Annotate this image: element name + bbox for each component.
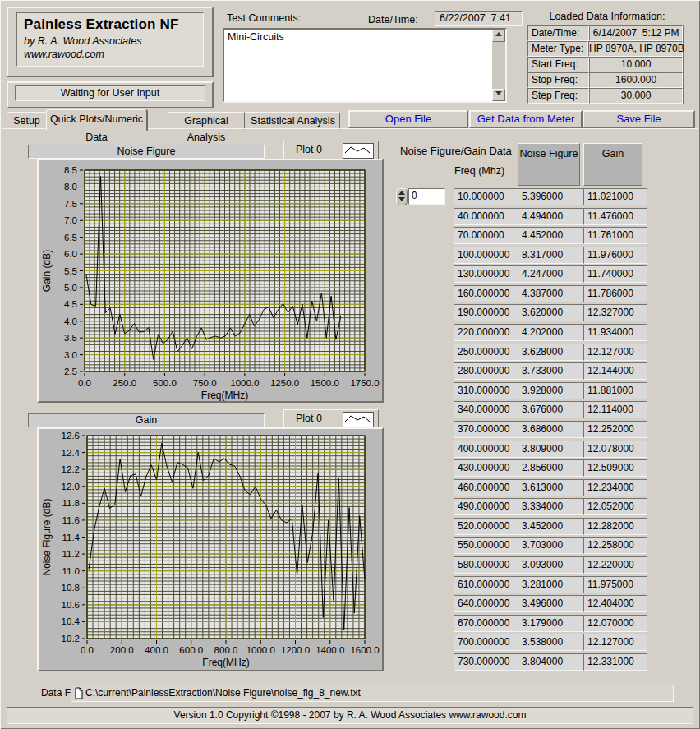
svg-text:10.6: 10.6 (62, 600, 80, 610)
table-row: 310.0000003.92800011.881000 (454, 382, 651, 399)
freq-cell: 100.000000 (454, 247, 521, 264)
svg-text:1000.0: 1000.0 (246, 645, 275, 655)
svg-text:3.0: 3.0 (64, 350, 77, 360)
scroll-down-button[interactable] (492, 89, 505, 101)
app-website: www.rawood.com (24, 48, 196, 61)
loaded-info-table: Date/Time: 6/14/2007 5:12 PM Meter Type:… (527, 25, 684, 104)
table-row: 10.0000005.39600011.021000 (454, 188, 651, 205)
freq-cell: 40.000000 (454, 208, 521, 225)
noise-figure-cell: 3.093000 (518, 556, 585, 574)
loaded-info-title: Loaded Data Information: (527, 11, 688, 22)
svg-text:7.0: 7.0 (64, 215, 77, 225)
svg-text:11.2: 11.2 (62, 549, 80, 559)
noise-figure-cell: 3.804000 (518, 653, 585, 671)
gain-cell: 11.761000 (583, 227, 647, 244)
scroll-up-button[interactable] (492, 30, 505, 42)
table-row: 730.0000003.80400012.331000 (454, 653, 651, 671)
scroll-up-icon (495, 32, 502, 36)
app-window: Painless Extraction NF by R. A. Wood Ass… (0, 0, 700, 729)
svg-text:5.5: 5.5 (64, 266, 77, 276)
tab-quick-plots[interactable]: Quick Plots/Numeric Data (46, 109, 147, 131)
freq-cell: 400.000000 (454, 441, 521, 458)
plot-line-icon (343, 143, 374, 159)
freq-cell: 70.000000 (454, 227, 521, 244)
info-row: Step Freq: 30.000 (527, 88, 683, 104)
table-row: 250.0000003.62800012.127000 (454, 344, 651, 361)
svg-text:6.0: 6.0 (64, 249, 77, 259)
datetime-label: Date/Time: (368, 14, 418, 25)
save-file-button[interactable]: Save File (583, 110, 695, 128)
freq-cell: 700.000000 (454, 634, 521, 651)
table-row: 460.0000003.61300012.234000 (454, 479, 651, 496)
gain-cell: 12.404000 (583, 595, 647, 612)
tab-setup[interactable]: Setup (7, 112, 47, 130)
plot-line-icon (343, 412, 374, 427)
version-bar: Version 1.0 Copyright ©1998 - 2007 by R.… (7, 707, 693, 724)
table-row: 520.0000003.45200012.282000 (454, 518, 651, 535)
freq-header-label: Freq (Mhz) (454, 165, 504, 177)
table-row: 430.0000002.85600012.509000 (454, 459, 651, 477)
test-comments-label: Test Comments: (227, 12, 301, 24)
plot-legend[interactable]: Plot 0 (283, 409, 379, 428)
noise-figure-cell: 3.733000 (518, 362, 585, 380)
info-label: Stop Freq: (527, 72, 589, 88)
table-row: 280.0000003.73300012.144000 (454, 362, 651, 380)
tab-statistical-analysis[interactable]: Statistical Analysis (246, 112, 340, 130)
open-file-button[interactable]: Open File (348, 110, 468, 128)
gain-cell: 12.144000 (583, 362, 647, 380)
svg-text:Noise Figure (dB): Noise Figure (dB) (41, 498, 53, 575)
svg-text:11.8: 11.8 (62, 498, 80, 508)
path-icon (74, 687, 84, 703)
table-row: 610.0000003.28100011.975000 (454, 576, 651, 593)
app-title: Painless Extraction NF (24, 16, 196, 33)
svg-text:Gain (dB): Gain (dB) (41, 250, 53, 292)
svg-text:1250.0: 1250.0 (270, 378, 299, 388)
gain-cell: 12.127000 (583, 344, 647, 361)
plot-legend[interactable]: Plot 0 (283, 141, 379, 159)
table-row: 40.0000004.49400011.476000 (454, 208, 651, 225)
table-row: 670.0000003.17900012.070000 (454, 615, 651, 632)
noise-figure-cell: 4.202000 (518, 324, 585, 341)
gain-cell: 12.282000 (583, 518, 647, 535)
data-table-title: Noise Figure/Gain Data (400, 145, 512, 157)
table-row: 220.0000004.20200011.934000 (454, 324, 651, 341)
gain-cell: 12.127000 (583, 634, 647, 651)
freq-cell: 130.000000 (454, 265, 521, 283)
info-label: Step Freq: (527, 88, 589, 104)
noise-figure-cell: 3.281000 (518, 576, 585, 593)
freq-cell: 640.000000 (454, 595, 521, 612)
svg-text:250.0: 250.0 (113, 378, 136, 388)
gain-cell: 12.070000 (583, 615, 647, 632)
freq-cell: 310.000000 (454, 382, 521, 399)
gain-cell: 12.234000 (583, 479, 647, 496)
index-spinner[interactable] (396, 188, 408, 205)
svg-text:1600.0: 1600.0 (350, 645, 379, 655)
comments-scrollbar[interactable] (492, 30, 505, 101)
noise-figure-cell: 4.452000 (518, 227, 585, 244)
spinner-down-icon[interactable] (398, 197, 405, 201)
index-field[interactable]: 0 (408, 188, 445, 205)
info-value: 10.000 (589, 57, 683, 72)
noise-figure-chart-title: Noise Figure (28, 145, 265, 159)
svg-text:8.0: 8.0 (64, 182, 77, 191)
plot-legend-label: Plot 0 (296, 413, 322, 424)
noise-figure-cell: 3.620000 (518, 304, 585, 321)
get-data-from-meter-button[interactable]: Get Data from Meter (469, 110, 583, 128)
svg-text:0.0: 0.0 (81, 645, 94, 655)
freq-cell: 730.000000 (454, 653, 521, 671)
data-table-rows: 10.0000005.39600011.02100040.0000004.494… (454, 188, 647, 675)
tab-graphical-analysis[interactable]: Graphical Analysis (168, 112, 245, 130)
svg-text:10.4: 10.4 (62, 616, 81, 626)
plot-legend-label: Plot 0 (296, 144, 322, 155)
gain-chart-title: Gain (28, 413, 265, 427)
noise-figure-cell: 3.538000 (518, 634, 585, 651)
info-row: Date/Time: 6/14/2007 5:12 PM (527, 25, 683, 41)
info-label: Start Freq: (527, 57, 589, 72)
spinner-up-icon[interactable] (398, 191, 405, 195)
data-file-path: C:\current\PainlessExtraction\Noise Figu… (85, 687, 361, 699)
svg-text:1000.0: 1000.0 (230, 378, 259, 388)
data-file-path-control[interactable]: C:\current\PainlessExtraction\Noise Figu… (71, 685, 674, 702)
test-comments-box[interactable]: Mini-Circuits (223, 28, 507, 103)
svg-text:5.0: 5.0 (64, 283, 77, 293)
freq-cell: 430.000000 (454, 459, 521, 477)
